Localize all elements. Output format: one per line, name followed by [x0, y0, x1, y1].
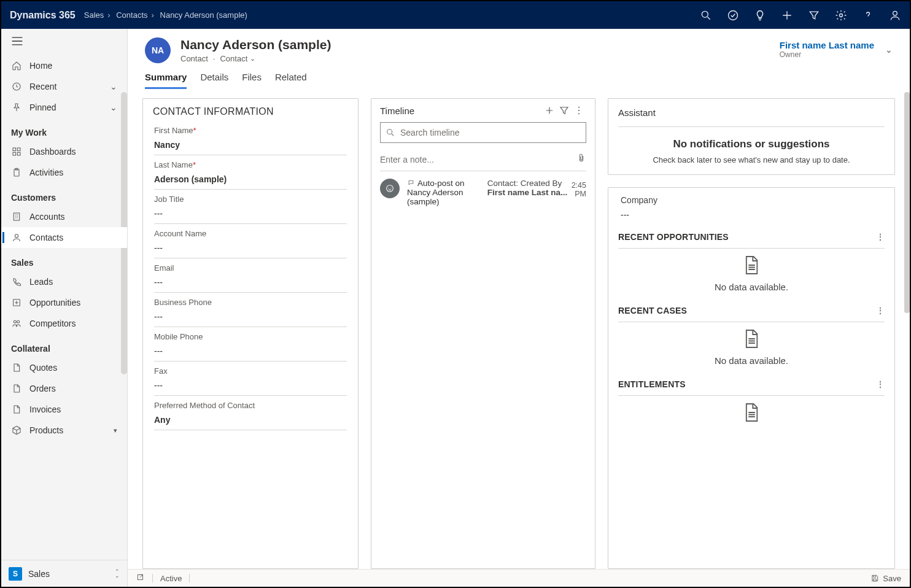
more-icon[interactable]: ⋮ — [876, 232, 885, 242]
content-scrollbar[interactable] — [904, 92, 910, 313]
timeline-search[interactable]: Search timeline — [380, 122, 586, 143]
nav-products[interactable]: Products▾ — [1, 420, 127, 441]
field-mobile-phone[interactable]: Mobile Phone--- — [154, 327, 347, 362]
note-input[interactable]: Enter a note... — [380, 148, 586, 171]
field-fax[interactable]: Fax--- — [154, 362, 347, 396]
filter-icon[interactable] — [808, 9, 820, 21]
field-account-name[interactable]: Account Name--- — [154, 224, 347, 258]
svg-point-15 — [17, 320, 20, 323]
contact-info-card: CONTACT INFORMATION First Name*NancyLast… — [142, 98, 359, 569]
svg-point-12 — [15, 234, 18, 238]
group-customers: Customers — [1, 183, 127, 206]
crumb-1[interactable]: Contacts — [116, 10, 147, 20]
field-value: --- — [154, 209, 347, 220]
brand[interactable]: Dynamics 365 — [10, 10, 76, 21]
entity-label: Contact — [180, 54, 208, 63]
user-icon[interactable] — [889, 9, 901, 21]
task-icon[interactable] — [727, 9, 739, 21]
no-data-text: No data available. — [618, 276, 885, 301]
field-email[interactable]: Email--- — [154, 258, 347, 293]
more-icon[interactable]: ⋮ — [876, 306, 885, 315]
form-selector[interactable]: Contact⌄ — [220, 54, 255, 63]
card-heading: CONTACT INFORMATION — [143, 99, 358, 121]
nav-dashboards[interactable]: Dashboards — [1, 141, 127, 162]
nav-label: Pinned — [29, 103, 56, 112]
save-button[interactable]: Save — [870, 574, 901, 583]
field-label: Mobile Phone — [154, 332, 347, 341]
crumb-0[interactable]: Sales — [84, 10, 104, 20]
field-last-name[interactable]: Last Name*Aderson (sample) — [154, 155, 347, 190]
crumb-2[interactable]: Nancy Aderson (sample) — [160, 10, 247, 20]
nav-orders[interactable]: Orders — [1, 378, 127, 399]
gear-icon[interactable] — [835, 9, 847, 21]
phone-icon — [11, 277, 22, 287]
opportunity-icon — [11, 298, 22, 308]
field-job-title[interactable]: Job Title--- — [154, 190, 347, 224]
nav-label: Dashboards — [29, 147, 76, 157]
nav-activities[interactable]: Activities — [1, 162, 127, 183]
more-icon[interactable] — [572, 105, 586, 116]
add-icon[interactable] — [542, 105, 557, 116]
field-label: Fax — [154, 366, 347, 376]
timeline-post[interactable]: Auto-post on Nancy Aderson (sample) Cont… — [371, 171, 595, 215]
top-navbar: Dynamics 365 Sales› Contacts› Nancy Ader… — [1, 1, 910, 29]
tab-files[interactable]: Files — [242, 72, 262, 89]
field-label: Last Name* — [154, 160, 347, 169]
field-business-phone[interactable]: Business Phone--- — [154, 293, 347, 327]
field-label: Business Phone — [154, 298, 347, 307]
svg-point-0 — [702, 11, 708, 17]
nav-pinned[interactable]: Pinned⌄ — [1, 97, 127, 118]
timeline-card: Timeline Search timeline Enter a note... — [371, 98, 595, 569]
more-icon[interactable]: ⋮ — [876, 379, 885, 389]
add-icon[interactable] — [781, 9, 793, 21]
chevron-down-icon: ⌄ — [110, 82, 117, 91]
nav-leads[interactable]: Leads — [1, 271, 127, 292]
tab-related[interactable]: Related — [275, 72, 307, 89]
document-icon — [11, 384, 22, 393]
hamburger-button[interactable] — [1, 29, 127, 55]
field-preferred-method-of-contact[interactable]: Preferred Method of ContactAny — [154, 396, 347, 430]
field-value: --- — [154, 243, 347, 254]
svg-point-17 — [578, 110, 580, 111]
record-header: NA Nancy Aderson (sample) Contact· Conta… — [128, 29, 910, 63]
svg-point-22 — [390, 188, 391, 188]
nav-label: Invoices — [29, 404, 61, 414]
nav-contacts[interactable]: Contacts — [1, 227, 127, 248]
assistant-message: No notifications or suggestions — [618, 138, 885, 150]
nav-quotes[interactable]: Quotes — [1, 357, 127, 378]
owner-link[interactable]: First name Last name — [780, 40, 874, 50]
nav-invoices[interactable]: Invoices — [1, 399, 127, 420]
chat-icon — [407, 179, 416, 187]
svg-point-2 — [840, 14, 843, 17]
owner-label: Owner — [780, 50, 874, 59]
nav-competitors[interactable]: Competitors — [1, 313, 127, 334]
nav-accounts[interactable]: Accounts — [1, 206, 127, 227]
statusbar: Active Save — [128, 569, 910, 587]
field-label: Email — [154, 263, 347, 273]
company-value[interactable]: --- — [621, 210, 885, 220]
field-first-name[interactable]: First Name*Nancy — [154, 121, 347, 155]
area-switcher[interactable]: S Sales ⌃⌄ — [1, 560, 127, 587]
tab-details[interactable]: Details — [200, 72, 228, 89]
bulb-icon[interactable] — [754, 9, 766, 21]
attachment-icon[interactable] — [576, 153, 586, 166]
popout-icon[interactable] — [136, 573, 145, 584]
svg-point-18 — [578, 113, 580, 114]
search-icon[interactable] — [700, 9, 712, 21]
help-icon[interactable] — [862, 9, 874, 21]
field-value: Nancy — [154, 140, 347, 151]
nav-opportunities[interactable]: Opportunities — [1, 292, 127, 313]
filter-icon[interactable] — [557, 105, 572, 116]
document-icon — [618, 323, 885, 349]
chevron-down-icon[interactable]: ⌄ — [885, 45, 893, 55]
field-label: First Name* — [154, 126, 347, 135]
page-title: Nancy Aderson (sample) — [180, 37, 331, 52]
nav-recent[interactable]: Recent⌄ — [1, 76, 127, 97]
nav-label: Accounts — [29, 212, 65, 222]
tab-summary[interactable]: Summary — [145, 72, 187, 89]
svg-rect-7 — [13, 152, 16, 155]
assistant-sub: Check back later to see what's new and s… — [618, 155, 885, 164]
field-value: --- — [154, 312, 347, 323]
search-icon — [386, 128, 395, 137]
nav-home[interactable]: Home — [1, 55, 127, 76]
